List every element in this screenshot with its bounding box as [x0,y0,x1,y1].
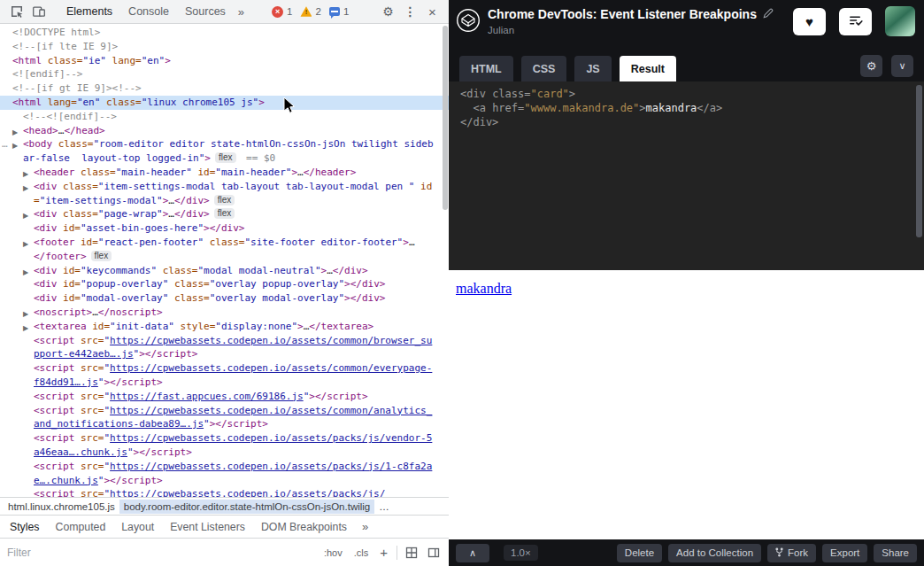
tag-token: <header [34,167,74,178]
pen-settings-button[interactable]: ⚙ [860,55,882,77]
resource-link[interactable]: https://cpwebassets.codepen.io/assets/pa… [110,488,385,497]
expand-console-button[interactable]: ∧ [456,544,489,562]
warning-count-badge[interactable]: ! 2 [300,6,320,17]
flex-badge[interactable]: flex [215,152,236,163]
tree-node[interactable]: <script src="https://cpwebassets.codepen… [0,487,449,497]
result-link[interactable]: makandra [456,281,512,297]
tree-node[interactable]: <div id="asset-bin-goes-here"></div> [0,221,449,236]
user-avatar[interactable] [885,6,915,36]
expand-arrow-icon[interactable]: ▶ [23,182,28,196]
tab-css[interactable]: CSS [521,56,567,81]
computed-sidebar-icon[interactable] [426,545,442,561]
tree-node[interactable]: <script src="https://cpwebassets.codepen… [0,404,449,432]
code-line: </div> [460,115,912,129]
tree-node[interactable]: ▶<header class="main-header" id="main-he… [0,166,449,180]
tree-node[interactable]: <html lang="en" class="linux chrome105 j… [0,96,449,110]
footer-button-fork[interactable]: Fork [767,544,816,562]
tree-node[interactable]: <div id="modal-overlay" class="overlay m… [0,291,449,306]
breadcrumb-item[interactable]: body.room-editor.editor.state-htmlOn-css… [119,500,374,514]
value-token: "init-data" [110,321,174,332]
tree-node[interactable]: ▶<footer id="react-pen-footer" class="si… [0,236,449,264]
tab-js[interactable]: JS [574,56,611,81]
zoom-level[interactable]: 1.0× [504,545,538,561]
breadcrumb-item[interactable]: html.linux.chrome105.js [4,500,119,514]
sidebar-tab-strip: StylesComputedLayoutEvent ListenersDOM B… [0,515,449,538]
footer-button-export[interactable]: Export [822,544,867,562]
footer-button-add-to-collection[interactable]: Add to Collection [668,544,761,562]
tree-node[interactable]: ▶<head>…</head> [0,124,449,138]
settings-gear-icon[interactable]: ⚙ [377,1,399,22]
tree-node[interactable]: <div id="popup-overlay" class="overlay p… [0,277,449,291]
tree-node[interactable]: <!DOCTYPE html> [0,26,449,40]
tree-node[interactable]: …▶<body class="room-editor editor state-… [0,137,449,166]
html-editor[interactable]: <div class="card"> <a href="wwww.makandr… [449,81,924,270]
sidebar-tab-styles[interactable]: Styles [2,521,48,533]
inspect-icon[interactable] [5,0,27,23]
footer-button-delete[interactable]: Delete [617,544,662,562]
device-toolbar-icon[interactable] [27,0,50,23]
closing-tag-token: </script> [215,417,268,431]
breadcrumb-item[interactable]: … [374,500,394,514]
flex-badge[interactable]: flex [214,195,235,205]
tree-node[interactable]: <script src="https://cpwebassets.codepen… [0,460,449,488]
tree-node[interactable]: <html class="ie" lang="en"> [0,54,449,68]
more-sidebar-tabs-icon[interactable]: » [362,520,368,533]
tab-sources[interactable]: Sources [177,0,234,23]
styles-filter-input[interactable] [7,547,315,559]
expand-arrow-icon[interactable]: ▶ [23,237,28,252]
attr-token: id= [58,292,81,304]
value-token: "react-pen-footer" [98,236,204,248]
new-style-rule-button[interactable]: + [377,545,390,560]
tag-token: <script [34,488,74,497]
sidebar-tab-event-listeners[interactable]: Event Listeners [162,521,253,533]
more-options-icon[interactable]: ⋮ [399,1,421,22]
editor-scrollbar[interactable] [916,85,922,237]
flex-badge[interactable]: flex [214,208,235,219]
expand-arrow-icon[interactable]: ▶ [12,139,18,153]
close-devtools-icon[interactable]: × [421,1,443,22]
toggle-element-state-button[interactable]: :hov [321,546,345,560]
sidebar-tab-computed[interactable]: Computed [48,521,114,533]
tree-node[interactable]: <script src="https://fast.appcues.com/69… [0,390,449,404]
tree-node[interactable]: <script src="https://cpwebassets.codepen… [0,361,449,390]
tree-node[interactable]: <script src="https://cpwebassets.codepen… [0,431,449,460]
message-count-badge[interactable]: 1 [329,6,349,17]
tab-html[interactable]: HTML [459,56,513,81]
tab-elements[interactable]: Elements [58,0,120,23]
attr-token: style= [174,321,215,332]
list-check-button[interactable] [839,8,872,35]
codepen-logo-icon[interactable] [456,8,481,33]
footer-button-share[interactable]: Share [874,544,917,562]
devtools-tabs: ElementsConsoleSources [58,0,234,23]
tree-node[interactable]: <!--<![endif]--> [0,110,449,124]
edit-title-icon[interactable] [763,6,774,22]
resource-link[interactable]: https://fast.appcues.com/69186.js [110,391,304,402]
tree-node[interactable]: ▶<div class="page-wrap">…</div>flex [0,207,449,221]
result-frame: makandra [449,270,924,539]
elements-scrollbar[interactable] [443,26,448,210]
grid-editor-icon[interactable] [404,545,420,561]
styles-filter-bar: :hov .cls + [0,538,449,566]
layout-chevron-button[interactable]: ∨ [891,55,913,77]
sidebar-tab-layout[interactable]: Layout [113,521,162,533]
tree-node[interactable]: ▶<textarea id="init-data" style="display… [0,320,449,334]
tab-result[interactable]: Result [620,56,676,81]
tree-node[interactable]: <!--[if lte IE 9]> [0,40,449,54]
tree-node[interactable]: <![endif]--> [0,67,449,81]
tree-node[interactable]: ▶<div id="keycommands" class="modal moda… [0,264,449,278]
more-panels-icon[interactable]: » [234,5,249,19]
tab-console[interactable]: Console [120,0,177,23]
closing-tag-token: </script> [139,446,192,460]
tree-node[interactable]: <!--[if gt IE 9]><!--> [0,81,449,96]
tree-node[interactable]: <script src="https://cpwebassets.codepen… [0,334,449,362]
tag-token: <script [34,405,74,416]
pen-title: Chrome DevTools: Event Listener Breakpoi… [488,7,757,21]
button-label: Fork [788,547,808,558]
flex-badge[interactable]: flex [91,251,112,261]
error-count-badge[interactable]: × 1 [272,6,292,18]
element-classes-button[interactable]: .cls [351,546,372,560]
tree-node[interactable]: ▶<noscript>…</noscript> [0,306,449,320]
tree-node[interactable]: ▶<div class="item-settings-modal tab-lay… [0,180,449,208]
like-button[interactable]: ♥ [793,8,826,35]
sidebar-tab-dom-breakpoints[interactable]: DOM Breakpoints [253,521,355,533]
